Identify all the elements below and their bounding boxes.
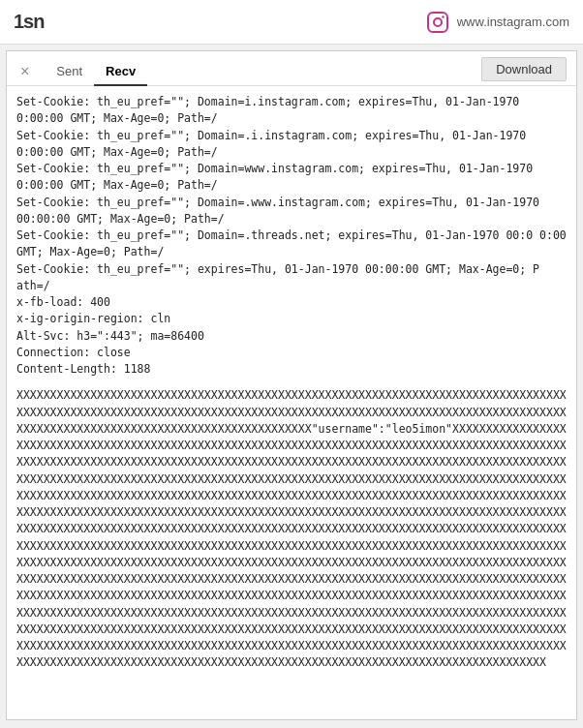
- site-label: www.instagram.com: [457, 15, 569, 29]
- tab-recv[interactable]: Recv: [94, 58, 147, 86]
- top-right: www.instagram.com: [426, 11, 569, 34]
- headers-block: Set-Cookie: th_eu_pref=""; Domain=i.inst…: [16, 94, 567, 378]
- top-bar: 1sn www.instagram.com: [0, 0, 583, 45]
- svg-point-1: [434, 18, 442, 26]
- body-block: XXXXXXXXXXXXXXXXXXXXXXXXXXXXXXXXXXXXXXXX…: [16, 387, 567, 671]
- content-area[interactable]: Set-Cookie: th_eu_pref=""; Domain=i.inst…: [7, 86, 576, 719]
- download-button[interactable]: Download: [481, 57, 567, 81]
- tab-bar: × Sent Recv Download: [7, 51, 576, 86]
- app-logo: 1sn: [14, 11, 44, 33]
- instagram-icon: [426, 11, 449, 34]
- close-button[interactable]: ×: [16, 61, 33, 82]
- tab-sent[interactable]: Sent: [45, 58, 94, 86]
- svg-point-2: [442, 15, 444, 17]
- main-panel: × Sent Recv Download Set-Cookie: th_eu_p…: [6, 50, 577, 720]
- svg-rect-0: [428, 13, 447, 32]
